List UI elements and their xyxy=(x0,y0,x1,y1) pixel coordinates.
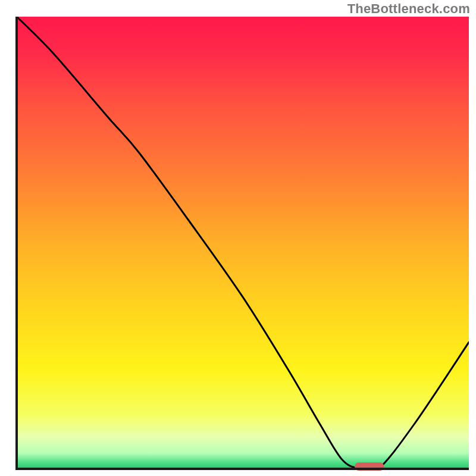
plot-gradient-background xyxy=(17,17,469,469)
chart-stage: TheBottleneck.com xyxy=(0,0,476,476)
bottleneck-chart xyxy=(0,0,476,476)
